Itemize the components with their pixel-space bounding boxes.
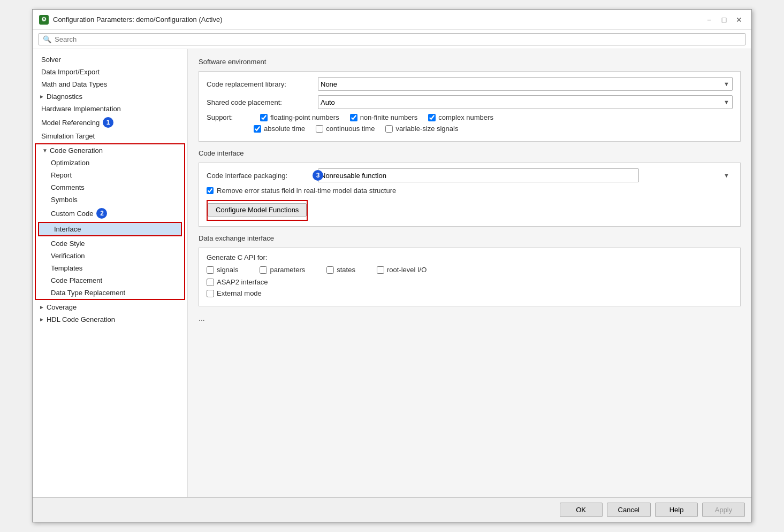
variable-size-checkbox[interactable]: [385, 125, 393, 133]
maximize-button[interactable]: □: [718, 14, 730, 26]
states-checkbox-item[interactable]: states: [326, 266, 355, 274]
sidebar-item-templates[interactable]: Templates: [36, 262, 184, 274]
packaging-row: Code interface packaging: 3 Nonreusable …: [207, 168, 733, 182]
sidebar-item-coverage[interactable]: ► Coverage: [33, 301, 187, 313]
non-finite-checkbox-item[interactable]: non-finite numbers: [350, 113, 418, 121]
title-bar-left: ⚙ Configuration Parameters: demo/Configu…: [39, 15, 222, 25]
shared-code-row: Shared code placement: Auto ▼: [207, 95, 733, 109]
sidebar-item-solver[interactable]: Solver: [33, 53, 187, 66]
sidebar: Solver Data Import/Export Math and Data …: [33, 49, 188, 497]
sidebar-item-custom-code[interactable]: Custom Code 2: [36, 206, 184, 221]
sidebar-item-math-data[interactable]: Math and Data Types: [33, 78, 187, 90]
sidebar-item-diagnostics[interactable]: ► Diagnostics: [33, 90, 187, 103]
badge-3: 3: [313, 170, 323, 181]
content-area: Software environment Code replacement li…: [188, 49, 751, 497]
sidebar-item-comments[interactable]: Comments: [36, 181, 184, 194]
remove-error-checkbox[interactable]: [207, 187, 214, 194]
sidebar-item-coverage-label: Coverage: [47, 303, 77, 311]
external-mode-label: External mode: [217, 289, 262, 297]
asap2-checkbox-item[interactable]: ASAP2 interface: [207, 278, 733, 286]
packaging-arrow-icon: ▼: [724, 172, 729, 179]
footer: OK Cancel Help Apply: [33, 497, 751, 522]
support-row2: absolute time continuous time variable-s…: [207, 125, 733, 133]
non-finite-checkbox[interactable]: [350, 114, 357, 121]
configure-model-btn[interactable]: Configure Model Functions: [208, 203, 307, 217]
floating-point-label: floating-point numbers: [270, 113, 339, 121]
code-replacement-select-wrapper: None ▼: [318, 77, 733, 91]
shared-code-label: Shared code placement:: [207, 98, 314, 106]
packaging-label: Code interface packaging:: [207, 172, 314, 180]
sidebar-item-model-ref[interactable]: Model Referencing 1: [33, 115, 187, 130]
sidebar-item-hardware[interactable]: Hardware Implementation: [33, 103, 187, 115]
sidebar-item-hdl-label: HDL Code Generation: [47, 315, 115, 323]
complex-numbers-checkbox[interactable]: [428, 114, 436, 121]
signals-checkbox[interactable]: [207, 266, 214, 274]
sidebar-item-code-gen[interactable]: ▼ Code Generation: [36, 144, 184, 157]
sidebar-item-report[interactable]: Report: [36, 169, 184, 181]
sidebar-item-code-placement[interactable]: Code Placement: [36, 274, 184, 287]
sidebar-item-data-type-replacement[interactable]: Data Type Replacement: [36, 287, 184, 299]
parameters-checkbox[interactable]: [260, 266, 267, 274]
badge-2: 2: [96, 208, 107, 219]
shared-code-select-wrapper: Auto ▼: [318, 95, 733, 109]
absolute-time-checkbox-item[interactable]: absolute time: [254, 125, 305, 133]
root-level-io-checkbox[interactable]: [377, 266, 384, 274]
support-row1: Support: floating-point numbers non-fini…: [207, 113, 733, 121]
sidebar-item-optimization[interactable]: Optimization: [36, 157, 184, 169]
variable-size-checkbox-item[interactable]: variable-size signals: [385, 125, 458, 133]
code-replacement-label: Code replacement library:: [207, 80, 314, 88]
states-checkbox[interactable]: [326, 266, 334, 274]
close-button[interactable]: ✕: [733, 14, 745, 26]
data-exchange-box: Generate C API for: signals parameters s…: [199, 248, 741, 306]
minimize-button[interactable]: −: [703, 14, 715, 26]
variable-size-label: variable-size signals: [395, 125, 458, 133]
signals-checkbox-item[interactable]: signals: [207, 266, 238, 274]
remove-error-label: Remove error status field in real-time m…: [217, 187, 396, 195]
ok-button[interactable]: OK: [560, 503, 603, 517]
support-label: Support:: [207, 113, 249, 121]
continuous-time-checkbox-item[interactable]: continuous time: [316, 125, 375, 133]
floating-point-checkbox-item[interactable]: floating-point numbers: [260, 113, 339, 121]
apply-button[interactable]: Apply: [702, 503, 745, 517]
app-icon: ⚙: [39, 15, 49, 25]
search-input[interactable]: [55, 35, 741, 43]
continuous-time-checkbox[interactable]: [316, 125, 323, 133]
external-mode-checkbox-item[interactable]: External mode: [207, 289, 733, 297]
data-exchange-title: Data exchange interface: [199, 234, 741, 242]
generate-c-api-label: Generate C API for:: [207, 253, 733, 261]
search-bar: 🔍: [33, 30, 751, 49]
software-env-box: Code replacement library: None ▼ Shared …: [199, 71, 741, 142]
floating-point-checkbox[interactable]: [260, 114, 268, 121]
search-icon: 🔍: [43, 35, 51, 43]
diagnostics-expand-icon: ►: [39, 94, 44, 99]
parameters-checkbox-item[interactable]: parameters: [260, 266, 305, 274]
badge-1: 1: [103, 117, 113, 128]
sidebar-item-code-style[interactable]: Code Style: [36, 237, 184, 250]
code-replacement-select[interactable]: None: [318, 77, 733, 91]
sidebar-item-symbols[interactable]: Symbols: [36, 194, 184, 206]
window-title: Configuration Parameters: demo/Configura…: [53, 16, 222, 24]
sidebar-item-hdl-code-gen[interactable]: ► HDL Code Generation: [33, 313, 187, 326]
root-level-io-checkbox-item[interactable]: root-level I/O: [377, 266, 427, 274]
asap2-checkbox[interactable]: [207, 279, 214, 286]
cancel-button[interactable]: Cancel: [607, 503, 651, 517]
sidebar-item-data-import[interactable]: Data Import/Export: [33, 66, 187, 78]
absolute-time-checkbox[interactable]: [254, 125, 261, 133]
root-level-io-label: root-level I/O: [387, 266, 427, 274]
sidebar-item-interface[interactable]: Interface: [39, 223, 181, 235]
sidebar-item-sim-target[interactable]: Simulation Target: [33, 130, 187, 142]
api-checkboxes-row: signals parameters states root-level I/O: [207, 266, 733, 274]
external-mode-checkbox[interactable]: [207, 290, 214, 297]
non-finite-label: non-finite numbers: [360, 113, 418, 121]
code-gen-expand-icon: ▼: [42, 148, 48, 153]
help-button[interactable]: Help: [655, 503, 698, 517]
complex-numbers-checkbox-item[interactable]: complex numbers: [428, 113, 493, 121]
parameters-label: parameters: [270, 266, 305, 274]
code-interface-box: Code interface packaging: 3 Nonreusable …: [199, 163, 741, 227]
packaging-select[interactable]: Nonreusable function: [318, 168, 639, 182]
shared-code-select[interactable]: Auto: [318, 95, 733, 109]
sidebar-item-verification[interactable]: Verification: [36, 250, 184, 262]
absolute-time-label: absolute time: [264, 125, 305, 133]
remove-error-row: Remove error status field in real-time m…: [207, 187, 733, 195]
sidebar-item-code-gen-label: Code Generation: [50, 147, 103, 155]
